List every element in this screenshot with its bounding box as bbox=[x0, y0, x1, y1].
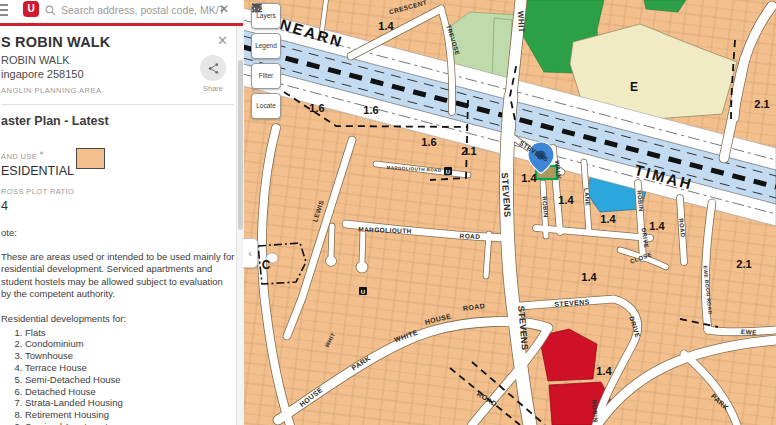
panel-scrollbar[interactable] bbox=[236, 0, 244, 425]
list-item: Terrace House bbox=[25, 362, 234, 374]
gross-plot-ratio-value: 4 bbox=[1, 199, 234, 213]
locate-icon bbox=[251, 3, 262, 14]
land-use-color-swatch bbox=[76, 148, 105, 169]
map-canvas[interactable]: U U NEARNTIMAH1.41.61.61.62.12.11.41.41.… bbox=[243, 0, 776, 425]
filter-label: Filter bbox=[259, 73, 273, 80]
collapse-chevron-icon: ‹ bbox=[248, 247, 252, 259]
list-item: Semi-Detached House bbox=[25, 374, 234, 386]
legend-button[interactable]: Legend bbox=[251, 33, 281, 59]
property-panel: S ROBIN WALK ✕ ROBIN WALK ingapore 25815… bbox=[0, 26, 236, 425]
layers-label: Layers bbox=[256, 13, 276, 20]
note-label: ote: bbox=[1, 227, 234, 238]
filter-button[interactable]: Filter bbox=[251, 63, 281, 89]
note-text: These are areas used or intended to be u… bbox=[1, 251, 235, 301]
search-icon bbox=[45, 5, 56, 16]
list-item: Strata-Landed Housing bbox=[25, 397, 234, 409]
locate-button[interactable]: Locate bbox=[251, 93, 281, 119]
list-item: Retirement Housing bbox=[25, 409, 234, 421]
locate-label: Locate bbox=[256, 103, 276, 110]
residential-development-list: FlatsCondominiumTownhouseTerrace HouseSe… bbox=[1, 327, 234, 425]
master-plan-section-title[interactable]: aster Plan - Latest bbox=[1, 105, 234, 138]
app-header: U Search address, postal code, MK/TS Lo … bbox=[0, 0, 243, 26]
ura-logo[interactable]: U bbox=[23, 1, 39, 17]
list-item: Serviced Apartments bbox=[25, 421, 234, 425]
scrollbar-thumb[interactable] bbox=[238, 60, 243, 230]
share-label: Share bbox=[196, 84, 230, 93]
legend-label: Legend bbox=[255, 43, 277, 50]
panel-collapse-button[interactable]: ‹ bbox=[243, 238, 258, 268]
underground-u-icon: U bbox=[446, 169, 450, 175]
ura-space-window: { "header": { "search_placeholder": "Sea… bbox=[0, 0, 776, 425]
map-controls: Layers Legend Filter Locate bbox=[251, 3, 281, 119]
property-title: S ROBIN WALK bbox=[1, 34, 234, 50]
list-item: Condominium bbox=[25, 338, 234, 350]
search-clear-icon[interactable]: ✕ bbox=[219, 2, 229, 16]
residential-list-intro: Residential developments for: bbox=[1, 313, 234, 324]
search-input[interactable]: Search address, postal code, MK/TS Lo bbox=[61, 4, 223, 16]
map-graphics: U U bbox=[243, 0, 776, 425]
list-item: Detached House bbox=[25, 386, 234, 398]
list-item: Flats bbox=[25, 327, 234, 339]
search-bar[interactable]: Search address, postal code, MK/TS Lo bbox=[45, 0, 235, 20]
gross-plot-ratio-label: ROSS PLOT RATIO bbox=[1, 187, 234, 196]
list-item: Townhouse bbox=[25, 350, 234, 362]
land-use-label: AND USE # bbox=[1, 150, 234, 161]
share-button[interactable]: Share bbox=[196, 55, 230, 93]
land-use-value: ESIDENTIAL bbox=[1, 164, 234, 178]
panel-close-icon[interactable]: ✕ bbox=[217, 34, 228, 47]
hamburger-menu-icon[interactable] bbox=[0, 4, 8, 16]
underground-u-icon: U bbox=[361, 289, 365, 295]
share-icon bbox=[207, 62, 220, 75]
